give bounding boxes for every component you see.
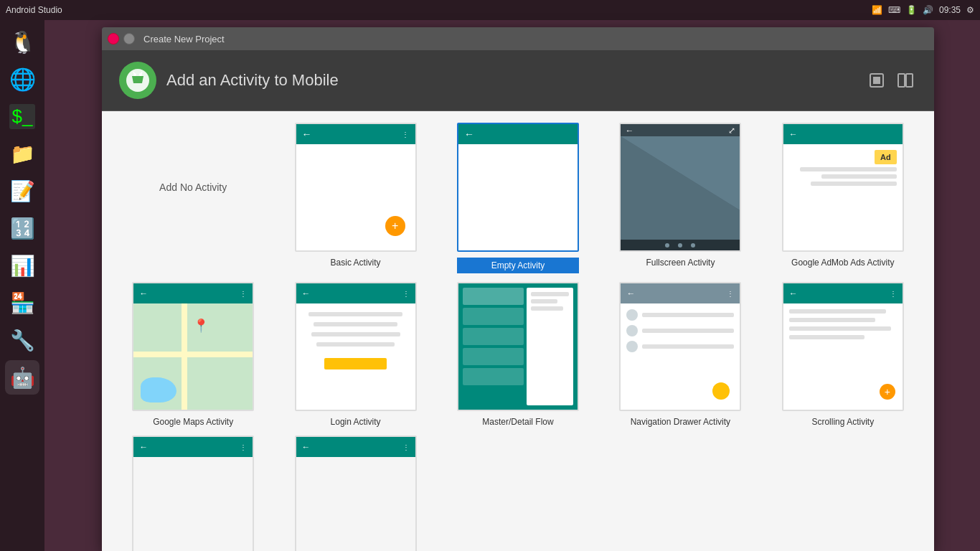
application-dock: 🐧 🌐 $_ 📁 📝 🔢 📊 🏪 🔧 🤖 (0, 20, 44, 551)
login-activity-label: Login Activity (331, 417, 381, 427)
login-field-4 (316, 342, 395, 347)
partial-1-bar: ← ⋮ (133, 437, 253, 457)
login-top-bar: ← ⋮ (296, 283, 415, 303)
maps-body: 📍 (133, 303, 253, 410)
dock-item-chrome[interactable]: 🌐 (5, 62, 39, 96)
card-partial-1[interactable]: ← ⋮ (116, 435, 270, 551)
basic-thumb-bar: ← ⋮ (296, 124, 415, 144)
card-master-detail[interactable]: Master/Detail Flow (441, 282, 595, 427)
fullscreen-thumb-inner: ← ⤢ (621, 124, 740, 250)
admob-line-1 (800, 167, 897, 171)
fs-expand-icon: ⤢ (728, 126, 735, 136)
master-detail-layout (458, 283, 578, 410)
dock-item-ubuntu[interactable]: 🐧 (5, 24, 39, 59)
basic-bar-arrow: ← (302, 128, 312, 140)
partial-2-arrow: ← (302, 442, 311, 452)
card-basic-activity[interactable]: ← ⋮ + Basic Activity (278, 123, 432, 268)
window-area: Create New Project (44, 20, 980, 551)
dock-item-terminal[interactable]: $_ (5, 99, 39, 133)
dock-item-android-studio[interactable]: 🤖 (5, 360, 39, 395)
dock-item-calc[interactable]: 🔢 (5, 211, 39, 245)
maps-activity-thumb: ← ⋮ 📍 (132, 282, 254, 411)
maps-water (141, 377, 176, 402)
nav-row-1 (626, 309, 734, 321)
network-icon: 📶 (872, 5, 882, 15)
card-login-activity[interactable]: ← ⋮ (278, 282, 432, 427)
dock-item-impress[interactable]: 📊 (5, 248, 39, 283)
detail-line-3 (531, 306, 563, 311)
card-admob-activity[interactable]: ← Ad Google AdMob Ads Activity (766, 123, 920, 268)
login-field-1 (308, 312, 402, 316)
card-partial-2[interactable]: ← ⋮ (278, 435, 432, 551)
admob-banner: Ad (875, 150, 897, 164)
nav-line-2 (642, 329, 734, 333)
dock-item-store[interactable]: 🏪 (5, 286, 39, 320)
dialog-title: Add an Activity to Mobile (166, 71, 339, 90)
basic-bar-dots: ⋮ (402, 131, 410, 138)
svg-rect-8 (906, 74, 913, 87)
card-fullscreen-activity[interactable]: ← ⤢ (603, 123, 757, 268)
window-minimize-button[interactable] (123, 33, 135, 44)
master-panel (463, 288, 524, 405)
nav-circle-3 (626, 341, 638, 352)
empty-bar-arrow: ← (464, 128, 474, 140)
app-name-label: Android Studio (6, 5, 62, 15)
window-close-button[interactable] (108, 33, 119, 44)
basic-thumb-inner: ← ⋮ + (296, 124, 415, 250)
fs-top-bar: ← ⤢ (621, 124, 740, 136)
scrolling-bar-arrow: ← (789, 288, 798, 298)
card-empty-activity[interactable]: ← Empty Activity (441, 123, 595, 273)
top-bar-left: Android Studio (6, 5, 62, 15)
admob-line-2 (821, 174, 897, 179)
login-field-3 (311, 332, 400, 336)
layout-grid-icon[interactable] (894, 69, 917, 92)
partial-2-dots: ⋮ (402, 443, 410, 451)
create-project-window: Create New Project (102, 27, 934, 551)
dialog-content: Add an Activity to Mobile (102, 50, 934, 551)
power-icon: ⚙ (966, 5, 974, 15)
admob-body: Ad (783, 144, 903, 250)
card-scrolling-activity[interactable]: ← ⋮ + (766, 282, 920, 427)
empty-thumb-inner: ← (458, 124, 578, 250)
login-field-2 (314, 322, 397, 326)
card-maps-activity[interactable]: ← ⋮ 📍 Google Ma (116, 282, 270, 427)
window-title: Create New Project (143, 34, 225, 44)
empty-thumb-body (458, 144, 578, 250)
card-add-no-activity[interactable]: Add No Activity (116, 123, 270, 252)
maps-bar-dots: ⋮ (240, 290, 247, 298)
scrolling-activity-label: Scrolling Activity (811, 417, 874, 427)
dock-item-writer[interactable]: 📝 (5, 174, 39, 208)
partial-2-body (296, 457, 415, 551)
nav-body (621, 303, 740, 410)
activity-grid-container[interactable]: Add No Activity ← ⋮ + (102, 111, 934, 551)
admob-bar-arrow: ← (789, 129, 798, 139)
volume-icon: 🔊 (923, 5, 933, 15)
fs-dot-2 (678, 243, 682, 248)
top-bar-right: 📶 ⌨ 🔋 🔊 09:35 ⚙ (872, 5, 974, 15)
maps-activity-label: Google Maps Activity (153, 417, 233, 427)
nav-drawer-thumb: ← ⋮ (619, 282, 741, 411)
dock-item-files[interactable]: 📁 (5, 136, 39, 171)
scroll-line-1 (789, 309, 886, 314)
dock-item-settings[interactable]: 🔧 (5, 323, 39, 357)
empty-thumb-bar: ← (458, 124, 578, 144)
basic-activity-label: Basic Activity (331, 258, 381, 268)
basic-fab: + (385, 216, 405, 236)
card-nav-drawer[interactable]: ← ⋮ (603, 282, 757, 427)
maps-road-horizontal (133, 352, 253, 357)
partial-1-dots: ⋮ (240, 443, 247, 451)
nav-drawer-label: Navigation Drawer Activity (631, 417, 730, 427)
layout-single-icon[interactable] (865, 69, 888, 92)
scrolling-top-bar: ← ⋮ (783, 283, 903, 303)
maps-thumb-inner: ← ⋮ 📍 (133, 283, 253, 410)
svg-rect-6 (873, 77, 880, 84)
maps-top-bar: ← ⋮ (133, 283, 253, 303)
header-icons (865, 69, 917, 92)
login-btn (324, 358, 387, 369)
login-bar-dots: ⋮ (402, 290, 410, 298)
empty-activity-label: Empty Activity (457, 258, 579, 273)
master-item-4 (463, 348, 524, 365)
login-bar-arrow: ← (302, 288, 311, 298)
svg-rect-7 (898, 74, 905, 87)
scrolling-bar-dots: ⋮ (890, 290, 897, 298)
